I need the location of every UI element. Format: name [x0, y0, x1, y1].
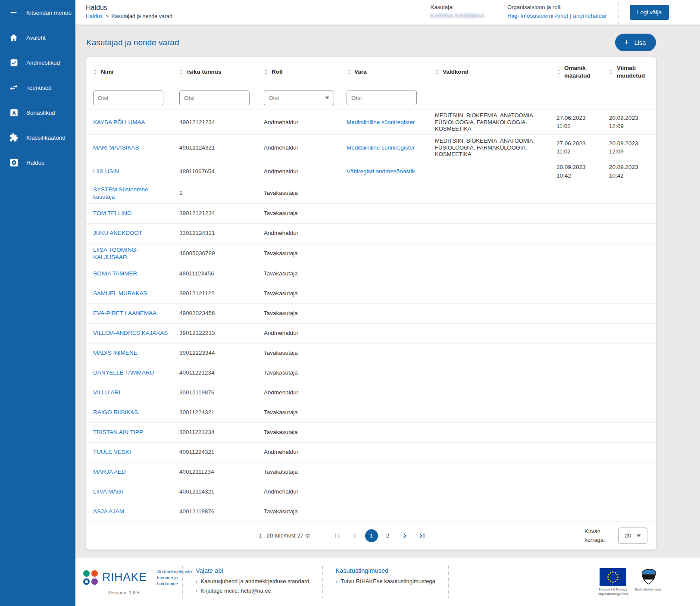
user-domain-cell: MEDITSIIN. BIOKEEMIA. ANATOOMIA. FÜSIOLO…	[428, 109, 550, 135]
table-row: LIIS USIN 48011067654 Andmehaldur Vähire…	[86, 160, 656, 183]
user-asset-link[interactable]: Vähiregisri andmesõnastik	[347, 168, 415, 175]
column-label[interactable]: Valdkond	[443, 68, 469, 76]
sidebar-item-home[interactable]: Avaleht	[0, 25, 75, 50]
column-label[interactable]: Omanik määratud	[564, 64, 599, 80]
user-name-link[interactable]: LIISA TOOMING-KALJUSAAR	[93, 247, 138, 261]
user-label: Kasutaja:	[431, 4, 485, 10]
add-button[interactable]: + Lisa	[615, 34, 656, 51]
user-name-link[interactable]: SAMUEL MURAKAS	[93, 290, 147, 297]
user-name-link[interactable]: MADIS INIMENE	[93, 350, 138, 356]
column-label[interactable]: Isiku tunnus	[187, 68, 222, 76]
sidebar-item-label: Teenused	[26, 84, 52, 91]
column-label[interactable]: Nimi	[101, 68, 113, 76]
breadcrumb-root-link[interactable]: Haldus	[86, 13, 103, 19]
sidebar-item-datasets[interactable]: Andmestikud	[0, 50, 75, 75]
user-domain-cell	[428, 303, 550, 323]
sort-icon[interactable]	[346, 69, 352, 75]
sort-icon[interactable]	[608, 69, 614, 75]
sidebar-item-collapse-menu[interactable]: Kitsendan menüü	[0, 0, 75, 25]
next-page-button[interactable]	[398, 529, 412, 543]
first-page-button[interactable]	[331, 529, 344, 543]
column-header-isiku-tunnus: Isiku tunnus	[172, 57, 257, 87]
footer-terms-block: Kasutustingimused › Tutvu RIHAKEse kasut…	[323, 567, 448, 584]
user-name-link[interactable]: JUKU ANEKDOOT	[93, 230, 142, 236]
last-page-button[interactable]	[415, 529, 429, 543]
user-role-cell: Tavakasutaja	[257, 462, 340, 482]
user-asset-link[interactable]: Meditsiiniline sünniregister	[347, 119, 415, 125]
modified-date-cell: 20.09.2023 12:09	[602, 109, 656, 135]
column-label[interactable]: Vara	[354, 68, 367, 76]
sidebar: Kitsendan menüü Avaleht Andmestikud Teen…	[0, 0, 75, 606]
user-name-link[interactable]: SYSTEM Süsteemne kasutaja	[93, 186, 148, 200]
help-link-manual[interactable]: › Kasutusjuhend ja andmekirjelduse stand…	[196, 578, 309, 584]
header-logout-block: Logi välja	[618, 0, 700, 25]
column-header-viimati-muudetud: Viimati muudetud	[602, 57, 656, 87]
user-name-link[interactable]: MARJA AED	[93, 469, 126, 475]
user-domain-cell	[428, 403, 550, 422]
user-asset-link[interactable]: Meditsiiniline sünniregister	[347, 144, 415, 151]
sidebar-item-services[interactable]: Teenused	[0, 75, 75, 100]
user-name-link[interactable]: TRISTAN AIN TIPP	[93, 429, 143, 435]
filter-input-isiku-tunnus[interactable]	[179, 91, 250, 105]
sidebar-item-classifiers[interactable]: Klassifikaatorid	[0, 125, 75, 150]
user-role-cell: Tavakasutaja	[257, 502, 340, 522]
user-name-link[interactable]: DANYELLE TAMMARU	[93, 369, 154, 376]
user-name-link[interactable]: LIIS USIN	[93, 168, 119, 175]
user-role-cell: Andmehaldur	[257, 109, 340, 135]
owner-date-cell	[550, 422, 602, 442]
modified-date-cell	[602, 223, 656, 243]
terms-link[interactable]: › Tutvu RIHAKEse kasutustingimustega	[336, 578, 435, 584]
user-name-link[interactable]: TUULE VESKI	[93, 449, 131, 455]
sidebar-item-label: Klassifikaatorid	[26, 134, 66, 141]
sort-icon[interactable]	[556, 69, 562, 75]
eu-logo-caption: Euroopa Liit Euroopa Regionaalarengu Fon…	[597, 587, 628, 596]
user-name-link[interactable]: KAYSA PÕLLUMAA	[93, 119, 145, 125]
owner-date-cell	[550, 183, 602, 203]
column-header-omanik-maaratud: Omanik määratud	[550, 57, 602, 87]
user-name-link[interactable]: SONIA TAMMER	[93, 270, 137, 277]
user-domain-cell	[428, 323, 550, 343]
help-link-email[interactable]: › Kirjutage meile: help@ria.ee	[196, 587, 309, 594]
page-button-2[interactable]: 2	[381, 529, 394, 542]
user-role-cell: Andmehaldur	[257, 323, 340, 343]
user-domain-cell	[428, 264, 550, 284]
filter-input-vara[interactable]	[347, 91, 417, 105]
sort-icon[interactable]	[263, 69, 269, 75]
filter-select-placeholder: Otsi	[269, 95, 279, 101]
owner-date-cell	[550, 442, 602, 462]
header-title-block: Haldus Haldus > Kasutajad ja nende varad	[75, 0, 419, 25]
sidebar-item-label: Sõnastikud	[26, 109, 55, 116]
filter-input-nimi[interactable]	[93, 91, 163, 105]
user-name-link[interactable]: TOM TELLING	[93, 210, 132, 216]
classifiers-icon	[9, 132, 19, 143]
user-domain-cell	[428, 223, 550, 243]
org-role-link[interactable]: Riigi Infosüsteemi Amet | andmehaldur	[507, 12, 607, 19]
filter-select-roll[interactable]: Otsi	[264, 91, 334, 105]
user-name-link[interactable]: EVA-PIRET LAANEMAA	[93, 310, 156, 316]
sort-icon[interactable]	[434, 69, 440, 75]
footer-logos: Euroopa Liit Euroopa Regionaalarengu Fon…	[597, 568, 700, 596]
page-button-1[interactable]: 1	[365, 529, 378, 542]
user-id-cell: 49012121234	[172, 109, 257, 135]
user-name-link[interactable]: MARI MAASIKAS	[93, 144, 139, 151]
sidebar-item-admin[interactable]: Haldus	[0, 150, 75, 175]
user-name-link[interactable]: ASJA AJAM	[93, 508, 124, 515]
table-row: RAIGO RIISIKAS 30011224321 Tavakasutaja	[86, 403, 656, 422]
sidebar-item-dictionaries[interactable]: A Sõnastikud	[0, 100, 75, 125]
owner-date-cell	[550, 264, 602, 284]
logout-button[interactable]: Logi välja	[630, 5, 669, 20]
user-name-link[interactable]: RAIGO RIISIKAS	[93, 409, 138, 415]
previous-page-button[interactable]	[348, 529, 362, 543]
user-name-link[interactable]: VILLU ARI	[93, 389, 120, 396]
user-id-cell: 1	[172, 183, 257, 203]
column-label[interactable]: Viimati muudetud	[617, 64, 653, 80]
sort-icon[interactable]	[92, 69, 98, 75]
org-label: Organisatsioon ja roll:	[507, 4, 607, 10]
table-row: MARJA AED 40012111234 Tavakasutaja	[86, 462, 656, 482]
top-header: Haldus Haldus > Kasutajad ja nende varad…	[75, 0, 700, 25]
sort-icon[interactable]	[178, 69, 184, 75]
column-label[interactable]: Roll	[272, 68, 283, 76]
user-name-link[interactable]: VILLEM-ANDRES KAJAKAS	[93, 330, 168, 336]
page-size-select[interactable]: 20	[618, 528, 647, 544]
user-name-link[interactable]: LIIVA MÄGI	[93, 488, 123, 495]
